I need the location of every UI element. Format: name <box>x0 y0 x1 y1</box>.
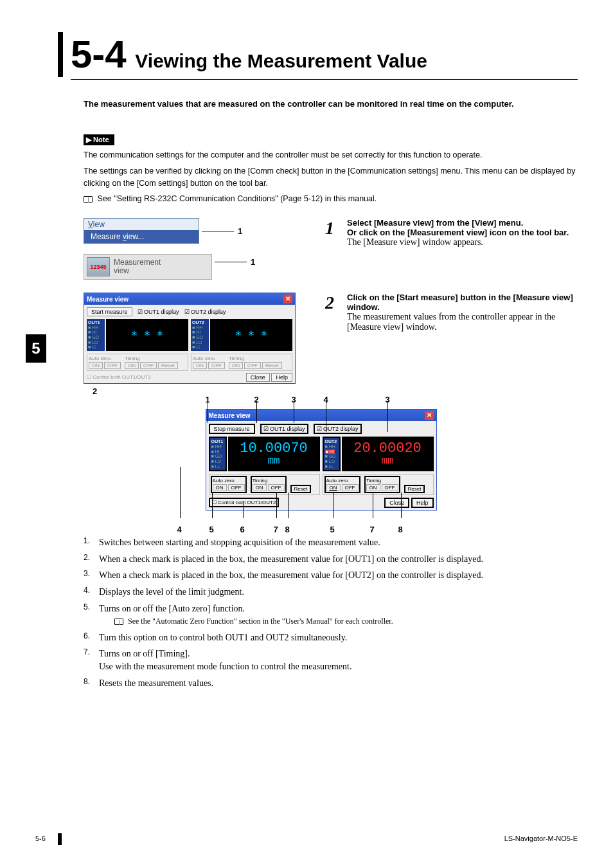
callout-bot-8b: 8 <box>398 525 403 534</box>
note-line-1: The communication settings for the compu… <box>84 149 578 161</box>
timing-off-button[interactable]: OFF <box>140 362 157 369</box>
callout-bot-8a: 8 <box>285 525 290 534</box>
heading: 5-4 Viewing the Measurement Value <box>71 32 578 80</box>
timing-label: Timing <box>125 356 178 361</box>
timing2-off-button[interactable]: OFF <box>244 362 261 369</box>
out2-display-checkbox[interactable]: ☑ OUT2 display <box>184 309 226 315</box>
close-button[interactable]: Close <box>246 373 270 382</box>
toolbar-mock: 12345 Measurementview <box>84 254 212 280</box>
control-both-checkbox[interactable]: ☐ Control both OUT1/OUT2 <box>87 374 151 380</box>
autozero2-on-button[interactable]: ON <box>193 362 207 369</box>
note-label: Note <box>93 136 109 143</box>
timing-on-button[interactable]: ON <box>125 362 139 369</box>
book-icon <box>84 196 93 203</box>
legend-8: Resets the measurement values. <box>99 677 578 690</box>
out1-display-checkbox[interactable]: ☑ OUT1 display <box>260 424 308 434</box>
out1-levels: OUT1 ■ HH■ HI■ GO■ LO■ LL <box>87 319 105 351</box>
chapter-tab: 5 <box>26 334 46 363</box>
out1-display-value: 10.00070 mm <box>228 437 320 471</box>
autozero-on-button[interactable]: ON <box>213 484 227 491</box>
reset-button[interactable]: Reset <box>158 362 178 369</box>
legend-3: When a check mark is placed in the box, … <box>99 569 578 582</box>
out2-display-checkbox[interactable]: ☑ OUT2 display <box>314 424 362 434</box>
menu-title[interactable]: View <box>84 219 199 230</box>
reset2-button[interactable]: Reset <box>404 485 425 493</box>
note-badge: ▶ Note <box>84 134 114 145</box>
menu-item-measure-view[interactable]: Measure view... <box>84 230 199 243</box>
autozero-off-button[interactable]: OFF <box>104 362 121 369</box>
help-button[interactable]: Help <box>411 498 434 508</box>
step-number-2: 2 <box>315 293 334 313</box>
legend-1: Switches between starting and stopping a… <box>99 536 578 549</box>
intro-text: The measurement values that are measured… <box>84 99 578 109</box>
callout-1a: 1 <box>238 226 242 236</box>
out1-display-checkbox[interactable]: ☑ OUT1 display <box>138 309 179 315</box>
timing2-on-button[interactable]: ON <box>229 362 243 369</box>
out1-levels: OUT1 ■ HH■ HI■ GO■ LO■ LL <box>209 437 227 471</box>
window-title: Measure view <box>209 412 251 419</box>
reset-button[interactable]: Reset <box>290 485 312 493</box>
note-ref: See "Setting RS-232C Communication Condi… <box>84 193 578 205</box>
doc-id: LS-Navigator-M-NO5-E <box>504 835 578 842</box>
page-number: 5-6 <box>35 835 46 842</box>
out2-levels: OUT2 ■ HH■ HI■ GO■ LO■ LL <box>323 437 341 471</box>
autozero2-off-button[interactable]: OFF <box>208 362 225 369</box>
step1-bold-2: Or click on the [Measurement view] icon … <box>347 228 578 237</box>
auto-zero-label: Auto zero <box>213 478 245 484</box>
step2-regular: The measurement values from the controll… <box>347 312 578 332</box>
legend-list: 1.Switches between starting and stopping… <box>84 536 578 689</box>
callout-bot-5a: 5 <box>209 525 214 534</box>
timing2-on-button[interactable]: ON <box>366 484 380 491</box>
measurement-view-icon[interactable]: 12345 <box>87 257 110 276</box>
timing2-off-button[interactable]: OFF <box>382 484 398 491</box>
callout-1b: 1 <box>251 257 255 267</box>
callout-2: 2 <box>93 386 302 396</box>
detail-figure: 1 2 3 4 3 Measure view ✕ Stop measure ☑ … <box>186 409 456 511</box>
legend-6: Turn this option on to control both OUT1… <box>99 631 578 644</box>
section-title: Viewing the Measurement Value <box>135 50 427 72</box>
autozero-on-button[interactable]: ON <box>89 362 103 369</box>
control-both-checkbox[interactable]: ☐ Control both OUT1/OUT2 <box>209 498 280 507</box>
step-number-1: 1 <box>315 218 334 239</box>
help-button[interactable]: Help <box>271 373 292 382</box>
start-measure-button[interactable]: Start measure <box>87 307 132 316</box>
autozero-off-button[interactable]: OFF <box>228 484 245 491</box>
leader-line <box>215 262 247 262</box>
out1-display: ＊＊＊ <box>106 319 188 351</box>
timing-off-button[interactable]: OFF <box>268 484 285 491</box>
section-number: 5-4 <box>71 32 127 77</box>
out2-levels: OUT2 ■ HH■ HI■ GO■ LO■ LL <box>191 319 209 351</box>
window-title: Measure view <box>87 296 129 303</box>
close-icon[interactable]: ✕ <box>283 294 292 303</box>
callout-bot-5b: 5 <box>330 525 335 534</box>
timing-on-button[interactable]: ON <box>253 484 267 491</box>
step1-regular: The [Measure view] window appears. <box>347 237 578 248</box>
autozero2-off-button[interactable]: OFF <box>342 484 359 491</box>
legend-2: When a check mark is placed in the box, … <box>99 553 578 566</box>
toolbar-label: Measurementview <box>114 258 161 275</box>
reset2-button[interactable]: Reset <box>262 362 282 369</box>
note-ref-text: See "Setting RS-232C Communication Condi… <box>97 194 377 203</box>
note-arrow-icon: ▶ <box>86 136 91 143</box>
step2-bold: Click on the [Start measure] button in t… <box>347 293 578 312</box>
stop-measure-button[interactable]: Stop measure <box>209 424 255 434</box>
close-button[interactable]: Close <box>384 498 409 508</box>
callout-bot-7b: 7 <box>370 525 375 534</box>
measure-view-window-running: Measure view ✕ Stop measure ☑ OUT1 displ… <box>206 409 437 511</box>
out2-display: ＊＊＊ <box>210 319 292 351</box>
view-menu-mock: View Measure view... <box>84 218 199 244</box>
autozero2-on-button[interactable]: ON <box>326 484 341 491</box>
leader-line <box>202 231 234 231</box>
book-icon <box>114 619 123 625</box>
callout-bot-4: 4 <box>177 525 182 534</box>
legend-5: Turns on or off the [Auto zero] function… <box>99 602 578 628</box>
legend-7: Turns on or off [Timing].Use with the me… <box>99 647 578 673</box>
auto-zero-label: Auto zero <box>89 356 121 361</box>
measure-view-window-initial: Measure view ✕ Start measure ☑ OUT1 disp… <box>84 293 296 384</box>
close-icon[interactable]: ✕ <box>425 411 434 420</box>
timing-label: Timing <box>253 478 285 484</box>
note-line-2: The settings can be verified by clicking… <box>84 165 578 190</box>
section-bar <box>58 32 63 77</box>
out2-display-value: 20.00020 mm <box>342 437 434 471</box>
legend-4: Displays the level of the limit judgment… <box>99 586 578 599</box>
